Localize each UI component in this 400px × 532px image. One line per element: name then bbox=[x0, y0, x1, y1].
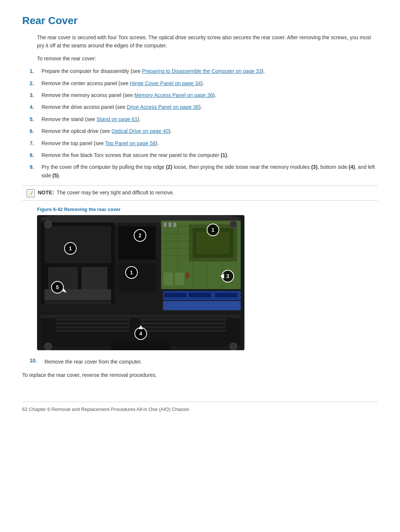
step-10-text: Remove the rear cover from the computer. bbox=[44, 358, 142, 366]
svg-rect-33 bbox=[164, 293, 186, 297]
svg-rect-41 bbox=[56, 330, 130, 332]
figure-image: 1 1 2 1 3 5 4 bbox=[37, 215, 244, 350]
step-4: 4. Remove the drive access panel (see Dr… bbox=[30, 103, 378, 111]
step-10-num: 10. bbox=[30, 358, 44, 366]
step-9: 9. Pry the cover off the computer by pul… bbox=[30, 163, 378, 180]
svg-rect-28 bbox=[164, 272, 173, 285]
svg-rect-5 bbox=[81, 267, 107, 289]
step-8-num: 8. bbox=[30, 151, 41, 159]
footer-bar: 62 Chapter 6 Removal and Replacement Pro… bbox=[22, 402, 378, 412]
svg-text:1: 1 bbox=[211, 227, 214, 233]
step-9-num: 9. bbox=[30, 163, 41, 180]
svg-rect-44 bbox=[141, 326, 226, 328]
step-4-link[interactable]: Drive Access Panel on page 38 bbox=[127, 104, 199, 110]
step-5-num: 5. bbox=[30, 115, 41, 123]
step-3-num: 3. bbox=[30, 91, 41, 99]
replace-text: To replace the rear cover, reverse the r… bbox=[22, 371, 378, 379]
step-6-link[interactable]: Optical Drive on page 40 bbox=[111, 128, 169, 134]
step-6-num: 6. bbox=[30, 127, 41, 135]
svg-text:1: 1 bbox=[130, 270, 133, 275]
svg-text:2: 2 bbox=[139, 232, 141, 238]
svg-rect-26 bbox=[169, 222, 171, 227]
svg-text:3: 3 bbox=[226, 273, 229, 279]
step-3-text: Remove the memory access panel (see Memo… bbox=[41, 91, 378, 99]
svg-text:5: 5 bbox=[56, 284, 59, 290]
note-box: 📝 NOTE: The cover may be very tight and … bbox=[22, 185, 378, 201]
page-title: Rear Cover bbox=[22, 15, 378, 27]
step-6: 6. Remove the optical drive (see Optical… bbox=[30, 127, 378, 135]
svg-text:1: 1 bbox=[69, 245, 72, 251]
step-7-link[interactable]: Top Panel on page 58 bbox=[105, 140, 156, 146]
step-3-link[interactable]: Memory Access Panel on page 36 bbox=[134, 92, 213, 98]
svg-rect-35 bbox=[215, 293, 237, 297]
svg-rect-43 bbox=[141, 322, 226, 324]
step-4-text: Remove the drive access panel (see Drive… bbox=[41, 103, 378, 111]
step-8: 8. Remove the five black Torx screws tha… bbox=[30, 151, 378, 159]
step-7-num: 7. bbox=[30, 139, 41, 147]
step-6-text: Remove the optical drive (see Optical Dr… bbox=[41, 127, 378, 135]
step-1-num: 1. bbox=[30, 67, 41, 75]
svg-rect-46 bbox=[111, 341, 170, 350]
note-label: NOTE: bbox=[38, 190, 54, 195]
svg-rect-10 bbox=[119, 263, 156, 293]
svg-point-48 bbox=[230, 221, 237, 228]
svg-rect-42 bbox=[141, 319, 226, 321]
svg-rect-38 bbox=[56, 319, 130, 321]
intro-paragraph: The rear cover is secured with four Torx… bbox=[37, 33, 378, 50]
step-2-text: Remove the center access panel (see Hing… bbox=[41, 79, 378, 87]
svg-point-47 bbox=[44, 221, 52, 228]
step-4-num: 4. bbox=[30, 103, 41, 111]
svg-rect-27 bbox=[173, 222, 176, 227]
step-2-link[interactable]: Hinge Cover Panel on page 34 bbox=[130, 80, 201, 86]
svg-rect-39 bbox=[56, 322, 130, 324]
svg-point-50 bbox=[230, 343, 237, 350]
svg-rect-7 bbox=[44, 301, 111, 304]
to-remove-label: To remove the rear cover: bbox=[37, 54, 378, 63]
svg-rect-32 bbox=[163, 301, 241, 310]
note-content: NOTE: The cover may be very tight and di… bbox=[38, 189, 174, 197]
figure-container: Figure 6-42 Removing the rear cover bbox=[37, 207, 363, 350]
step-5-text: Remove the stand (see Stand on page 61). bbox=[41, 115, 378, 123]
svg-rect-37 bbox=[41, 314, 241, 318]
step-5-link[interactable]: Stand on page 61 bbox=[97, 116, 138, 122]
svg-rect-34 bbox=[189, 293, 211, 297]
svg-point-49 bbox=[44, 343, 52, 350]
step-9-text: Pry the cover off the computer by pullin… bbox=[41, 163, 378, 180]
svg-rect-40 bbox=[56, 326, 130, 328]
step-2: 2. Remove the center access panel (see H… bbox=[30, 79, 378, 87]
steps-list: 1. Prepare the computer for disassembly … bbox=[30, 67, 378, 180]
svg-text:4: 4 bbox=[139, 331, 142, 337]
step-7-text: Remove the top panel (see Top Panel on p… bbox=[41, 139, 378, 147]
svg-rect-25 bbox=[164, 222, 167, 227]
step-2-num: 2. bbox=[30, 79, 41, 87]
step-1-text: Prepare the computer for disassembly (se… bbox=[41, 67, 378, 75]
figure-caption: Figure 6-42 Removing the rear cover bbox=[37, 207, 363, 212]
step-7: 7. Remove the top panel (see Top Panel o… bbox=[30, 139, 378, 147]
step-5: 5. Remove the stand (see Stand on page 6… bbox=[30, 115, 378, 123]
footer-text: 62 Chapter 6 Removal and Replacement Pro… bbox=[22, 406, 189, 412]
svg-rect-3 bbox=[44, 226, 111, 263]
note-icon: 📝 bbox=[27, 189, 35, 197]
svg-rect-45 bbox=[141, 330, 226, 332]
step-1-link[interactable]: Preparing to Disassemble the Computer on… bbox=[142, 68, 262, 74]
step-8-text: Remove the five black Torx screws that s… bbox=[41, 151, 378, 159]
step-10: 10. Remove the rear cover from the compu… bbox=[30, 358, 378, 366]
step-1: 1. Prepare the computer for disassembly … bbox=[30, 67, 378, 75]
svg-rect-29 bbox=[175, 272, 184, 285]
svg-rect-30 bbox=[186, 272, 189, 278]
step-3: 3. Remove the memory access panel (see M… bbox=[30, 91, 378, 99]
note-text: The cover may be very tight and difficul… bbox=[57, 190, 174, 195]
